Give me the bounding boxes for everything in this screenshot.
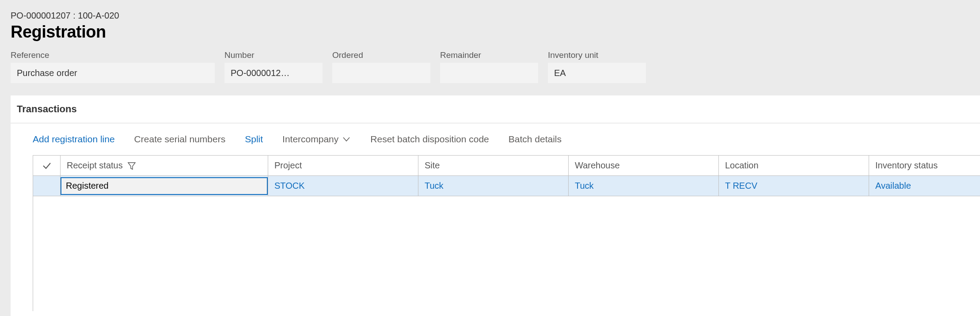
- input-inventory-unit[interactable]: EA: [548, 63, 646, 83]
- input-number[interactable]: PO-0000012…: [224, 63, 323, 83]
- column-inventory-status[interactable]: Inventory status: [869, 156, 980, 176]
- filter-icon[interactable]: [127, 161, 136, 170]
- intercompany-label: Intercompany: [282, 134, 338, 145]
- split-button[interactable]: Split: [245, 134, 263, 145]
- transactions-card: Transactions Add registration line Creat…: [11, 95, 980, 316]
- field-inventory-unit: Inventory unit EA: [548, 50, 646, 83]
- cell-site[interactable]: Tuck: [418, 176, 569, 196]
- page-title: Registration: [11, 23, 980, 42]
- intercompany-dropdown[interactable]: Intercompany: [282, 134, 351, 145]
- chevron-down-icon: [342, 135, 351, 144]
- field-label-number: Number: [224, 50, 323, 60]
- table-header-row: Receipt status Project Site Warehouse Lo…: [33, 156, 980, 176]
- column-receipt-status[interactable]: Receipt status: [61, 156, 268, 176]
- field-label-ordered: Ordered: [332, 50, 430, 60]
- cell-project[interactable]: STOCK: [268, 176, 418, 196]
- create-serial-numbers-button[interactable]: Create serial numbers: [134, 134, 226, 145]
- column-location[interactable]: Location: [719, 156, 869, 176]
- column-site[interactable]: Site: [418, 156, 569, 176]
- cell-location[interactable]: T RECV: [719, 176, 869, 196]
- column-project[interactable]: Project: [268, 156, 418, 176]
- fields-row: Reference Purchase order Number PO-00000…: [11, 50, 980, 83]
- cell-input[interactable]: Registered: [61, 177, 268, 195]
- input-ordered[interactable]: [332, 63, 430, 83]
- transactions-toolbar: Add registration line Create serial numb…: [11, 123, 980, 155]
- cell-receipt-status[interactable]: Registered: [61, 176, 268, 196]
- reset-batch-disposition-button[interactable]: Reset batch disposition code: [370, 134, 489, 145]
- field-reference: Reference Purchase order: [11, 50, 215, 83]
- field-ordered: Ordered: [332, 50, 430, 83]
- cell-inventory-status[interactable]: Available: [869, 176, 980, 196]
- column-warehouse[interactable]: Warehouse: [569, 156, 719, 176]
- checkmark-icon: [33, 160, 60, 171]
- cell-warehouse[interactable]: Tuck: [569, 176, 719, 196]
- field-label-inventory-unit: Inventory unit: [548, 50, 646, 60]
- table-row[interactable]: Registered STOCK Tuck Tuck T RECV Availa…: [33, 176, 980, 196]
- column-select-all[interactable]: [33, 156, 61, 176]
- transactions-title: Transactions: [11, 95, 980, 123]
- field-label-remainder: Remainder: [440, 50, 538, 60]
- field-remainder: Remainder: [440, 50, 538, 83]
- input-remainder[interactable]: [440, 63, 538, 83]
- add-registration-line-button[interactable]: Add registration line: [33, 134, 115, 145]
- batch-details-button[interactable]: Batch details: [509, 134, 562, 145]
- input-reference[interactable]: Purchase order: [11, 63, 215, 83]
- row-selector[interactable]: [33, 176, 61, 196]
- breadcrumb: PO-000001207 : 100-A-020: [11, 11, 980, 21]
- column-label: Receipt status: [67, 160, 123, 171]
- field-label-reference: Reference: [11, 50, 215, 60]
- field-number: Number PO-0000012…: [224, 50, 323, 83]
- transactions-grid: Receipt status Project Site Warehouse Lo…: [33, 155, 980, 311]
- empty-space: [33, 196, 980, 311]
